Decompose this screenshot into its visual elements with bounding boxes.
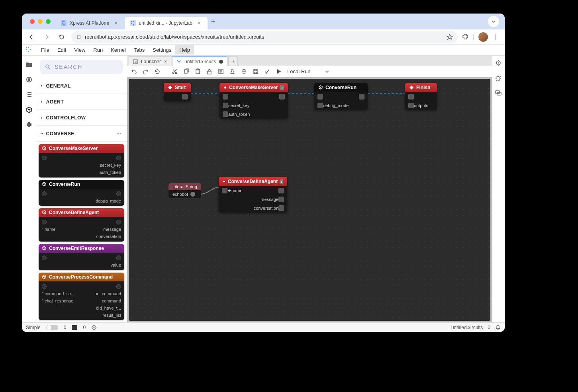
svg-point-30: [498, 62, 499, 64]
component-panel: SEARCH ›GENERAL ›AGENT ›CONTROLFLOW ›CON…: [36, 56, 127, 322]
graph-node[interactable]: Finishoutputs: [405, 83, 437, 110]
svg-rect-12: [26, 49, 27, 50]
copy-icon[interactable]: [183, 68, 189, 74]
tab-title: untitled.xir... - JupyterLab: [139, 20, 192, 26]
maximize-window-button[interactable]: [46, 19, 51, 24]
test-icon[interactable]: [229, 68, 235, 74]
forward-button[interactable]: [41, 31, 52, 43]
chevron-down-icon: [325, 70, 329, 74]
browser-window: Xpress AI Platform × untitled.xir... - J…: [22, 14, 505, 332]
browser-tab-1[interactable]: untitled.xir... - JupyterLab ×: [125, 17, 208, 29]
reload-button[interactable]: [56, 31, 67, 43]
palette-node[interactable]: ConverseProcessCommand" command_str...on…: [39, 273, 124, 320]
address-input[interactable]: recruitbot.ap.xpressai.cloud/studio/lab/…: [71, 31, 458, 43]
notification-count: 0: [488, 325, 490, 330]
svg-point-17: [46, 65, 49, 68]
svg-rect-24: [184, 70, 187, 73]
reload-icon[interactable]: [154, 68, 160, 74]
palette-node[interactable]: ConverseEmitResponsevalue: [39, 244, 124, 270]
graph-node[interactable]: ConverseDefineAgenti★namemessageconversa…: [219, 177, 287, 213]
component-search[interactable]: SEARCH: [40, 60, 123, 74]
new-tab-button[interactable]: +: [208, 16, 219, 27]
app-menubar: File Edit View Run Kernel Tabs Settings …: [22, 45, 505, 56]
property-inspector-icon[interactable]: [495, 60, 502, 67]
tabs-dropdown-button[interactable]: [488, 16, 499, 27]
right-sidebar: [492, 56, 505, 322]
add-doctab-button[interactable]: +: [228, 57, 238, 66]
svg-rect-16: [28, 78, 30, 81]
section-controlflow[interactable]: ›CONTROLFLOW: [36, 110, 127, 126]
editor-toolbar: Local Run: [127, 66, 492, 77]
palette-node[interactable]: ConverseRundebug_mode: [39, 180, 124, 206]
graph-canvas[interactable]: StartConverseMakeServerisecret_keyauth_t…: [129, 79, 490, 321]
undo-icon[interactable]: [131, 68, 137, 74]
menu-help[interactable]: Help: [175, 45, 194, 55]
compile-icon[interactable]: [241, 68, 247, 74]
cut-icon[interactable]: [172, 68, 178, 74]
launcher-icon: [133, 59, 138, 64]
menu-file[interactable]: File: [37, 45, 53, 55]
graph-node[interactable]: Start: [164, 83, 191, 101]
window-controls: [25, 19, 55, 24]
app-body: SEARCH ›GENERAL ›AGENT ›CONTROLFLOW ›CON…: [22, 56, 505, 322]
url-text: recruitbot.ap.xpressai.cloud/studio/lab/…: [85, 34, 264, 40]
xircuits-icon: [176, 59, 181, 64]
section-agent[interactable]: ›AGENT: [36, 94, 127, 110]
node-list: ConverseMakeServersecret_keyauth_tokenCo…: [36, 142, 127, 322]
svg-point-6: [495, 34, 496, 35]
graph-node[interactable]: ConverseRundebug_mode: [314, 83, 368, 110]
close-icon[interactable]: ×: [164, 59, 167, 64]
compile-run-icon[interactable]: [264, 68, 270, 74]
site-info-icon[interactable]: [76, 34, 82, 40]
chat-icon[interactable]: [495, 90, 502, 97]
menu-edit[interactable]: Edit: [53, 45, 70, 55]
status-filename: untitled.xircuits: [451, 325, 483, 330]
bookmark-icon[interactable]: [447, 34, 453, 40]
section-general[interactable]: ›GENERAL: [36, 78, 127, 94]
doctab-xircuits[interactable]: untitled.xircuits: [172, 57, 227, 66]
simple-mode-toggle[interactable]: [46, 325, 58, 330]
redo-icon[interactable]: [143, 68, 149, 74]
tab-close-icon[interactable]: ×: [196, 20, 202, 26]
paste-icon[interactable]: [195, 68, 201, 74]
graph-node[interactable]: ConverseMakeServerisecret_keyauth_token: [219, 83, 288, 119]
menu-run[interactable]: Run: [89, 45, 107, 55]
status-bar: Simple 0 0 untitled.xircuits 0: [22, 322, 505, 332]
menu-kernel[interactable]: Kernel: [107, 45, 130, 55]
extension-manager-icon[interactable]: [25, 121, 33, 129]
save-icon[interactable]: [253, 68, 259, 74]
run-target-select[interactable]: Local Run: [287, 68, 329, 74]
tab-close-icon[interactable]: ×: [112, 20, 119, 26]
svg-rect-13: [30, 49, 31, 50]
browser-tab-0[interactable]: Xpress AI Platform ×: [55, 17, 125, 29]
log-icon[interactable]: [218, 68, 224, 74]
debugger-icon[interactable]: [495, 75, 502, 82]
extensions-icon[interactable]: [462, 33, 469, 41]
menu-view[interactable]: View: [70, 45, 89, 55]
close-window-button[interactable]: [30, 19, 35, 24]
run-icon[interactable]: [276, 68, 282, 74]
minimize-window-button[interactable]: [38, 19, 43, 24]
menu-tabs[interactable]: Tabs: [130, 45, 149, 55]
profile-avatar[interactable]: [478, 32, 488, 42]
literal-node[interactable]: Literal Stringechobot: [169, 183, 201, 198]
running-icon[interactable]: [25, 76, 33, 84]
lock-icon[interactable]: [206, 68, 212, 74]
favicon-icon: [130, 20, 136, 26]
palette-node[interactable]: ConverseDefineAgent" namemessageconversa…: [39, 208, 124, 242]
doctab-launcher[interactable]: Launcher ×: [129, 57, 171, 66]
palette-node[interactable]: ConverseMakeServersecret_keyauth_token: [39, 144, 124, 177]
simple-mode-label: Simple: [26, 325, 41, 330]
section-converse[interactable]: ›CONVERSE⋯: [36, 126, 127, 142]
back-button[interactable]: [26, 31, 37, 43]
lsp-icon[interactable]: [91, 325, 97, 330]
menu-settings[interactable]: Settings: [149, 45, 175, 55]
unsaved-indicator-icon: [219, 60, 223, 64]
chrome-menu-icon[interactable]: [492, 34, 498, 40]
filebrowser-icon[interactable]: [25, 60, 33, 68]
bell-icon[interactable]: [495, 325, 501, 330]
browser-tabbar: Xpress AI Platform × untitled.xir... - J…: [22, 14, 505, 29]
section-menu-icon[interactable]: ⋯: [116, 131, 122, 137]
toc-icon[interactable]: [25, 91, 33, 99]
components-icon[interactable]: [25, 106, 33, 114]
